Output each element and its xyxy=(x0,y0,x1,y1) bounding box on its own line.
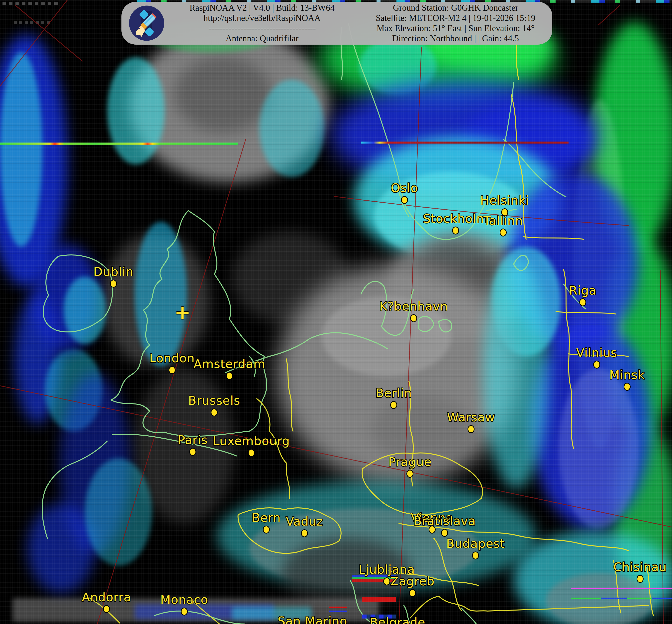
raspinoaa-logo xyxy=(128,4,165,42)
city-label: Belgrade xyxy=(370,615,425,624)
header-right-column: Ground Station: G0GHK Doncaster Satellit… xyxy=(359,3,552,44)
city-dot xyxy=(401,196,408,204)
city-label: Bratislava xyxy=(414,514,476,528)
header-url-line: http://qsl.net/ve3elb/RaspiNOAA xyxy=(165,13,359,23)
city-dot xyxy=(263,525,270,534)
city-dot xyxy=(624,383,630,391)
header-antenna-line: Antenna: Quadrifilar xyxy=(165,33,359,44)
city-label: Tallinn xyxy=(483,213,523,228)
city-dot xyxy=(248,449,255,457)
city-label: San Marino xyxy=(277,614,347,624)
city-dot xyxy=(637,575,644,583)
city-dot xyxy=(472,551,479,560)
city-label: Amsterdam xyxy=(194,357,265,371)
city-dot xyxy=(593,361,600,369)
header-banner: RaspiNOAA V2 | V4.0 | Build: 13-BW64 htt… xyxy=(121,2,552,45)
city-label: Stockholm xyxy=(423,212,488,226)
satellite-image-viewport: OsloStockholmHelsinkiTallinnDublinRigaK?… xyxy=(0,0,672,624)
city-dot xyxy=(410,314,417,322)
city-label: Riga xyxy=(569,283,597,297)
city-dot xyxy=(383,577,390,586)
city-label: Prague xyxy=(388,455,432,469)
city-label: Vilnius xyxy=(576,346,617,360)
city-label: Helsinki xyxy=(480,193,529,207)
city-dot xyxy=(169,366,176,374)
city-dot xyxy=(110,280,117,288)
header-build-line: RaspiNOAA V2 | V4.0 | Build: 13-BW64 xyxy=(165,3,359,13)
city-dot xyxy=(452,227,459,234)
city-label: Minsk xyxy=(609,368,645,382)
city-markers-layer: OsloStockholmHelsinkiTallinnDublinRigaK?… xyxy=(0,0,672,624)
city-label: Bern xyxy=(252,511,281,525)
header-direction-line: Direction: Northbound | | Gain: 44.5 xyxy=(359,33,552,44)
city-label: Monaco xyxy=(160,593,208,606)
city-dot xyxy=(468,425,474,433)
city-label: Brussels xyxy=(188,393,240,408)
city-dot xyxy=(406,470,414,478)
satellite-icon xyxy=(128,4,165,42)
city-dot xyxy=(301,529,308,537)
header-divider-line: ------------------------------------- xyxy=(165,23,359,33)
city-dot xyxy=(181,607,188,616)
city-dot xyxy=(211,409,218,416)
city-label: Warsaw xyxy=(447,410,495,424)
city-label: Dublin xyxy=(94,265,134,279)
city-dot xyxy=(441,529,448,537)
city-label: Oslo xyxy=(391,181,418,195)
city-label: Zagreb xyxy=(390,574,434,588)
city-label: Berlin xyxy=(375,386,412,400)
city-dot xyxy=(226,372,233,380)
city-label: Luxembourg xyxy=(213,434,290,448)
city-dot xyxy=(189,448,196,456)
header-ground-station-line: Ground Station: G0GHK Doncaster xyxy=(359,3,552,13)
header-left-column: RaspiNOAA V2 | V4.0 | Build: 13-BW64 htt… xyxy=(165,3,359,44)
city-label: London xyxy=(149,351,195,365)
city-label: Vaduz xyxy=(286,514,323,528)
city-label: Paris xyxy=(178,433,207,447)
city-dot xyxy=(409,589,416,597)
city-dot xyxy=(579,298,586,306)
header-elevation-line: Max Elevation: 51° East | Sun Elevation:… xyxy=(359,23,552,33)
city-label: Budapest xyxy=(446,537,505,550)
city-dot xyxy=(103,605,110,613)
city-label: Chisinau xyxy=(614,560,667,574)
header-satellite-line: Satellite: METEOR-M2 4 | 19-01-2026 15:1… xyxy=(359,13,552,23)
ground-station-marker: + xyxy=(174,301,191,323)
city-dot xyxy=(390,401,397,409)
city-dot xyxy=(500,229,507,236)
city-label: Andorra xyxy=(82,590,131,604)
city-label: K?benhavn xyxy=(379,299,448,313)
